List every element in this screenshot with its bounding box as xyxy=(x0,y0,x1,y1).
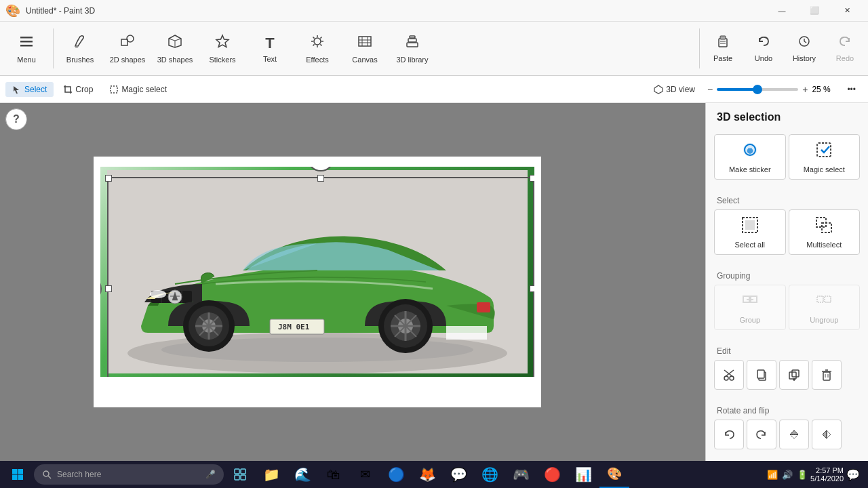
help-button[interactable]: ? xyxy=(5,108,27,130)
svg-line-8 xyxy=(175,39,181,41)
zoom-in-btn[interactable]: + xyxy=(801,83,809,96)
close-button[interactable]: ✕ xyxy=(831,0,863,22)
zoom-slider[interactable] xyxy=(717,88,798,91)
ribbon-canvas[interactable]: Canvas xyxy=(341,22,389,75)
handle-top-right[interactable] xyxy=(530,175,534,182)
zoom-out-btn[interactable]: − xyxy=(706,83,714,96)
ribbon-effects-label: Effects xyxy=(306,56,328,64)
svg-marker-104 xyxy=(827,430,831,439)
taskbar-edge[interactable]: 🌊 xyxy=(288,461,317,488)
crop-tool[interactable]: Crop xyxy=(56,82,100,97)
start-button[interactable] xyxy=(3,461,33,488)
cut-btn[interactable] xyxy=(714,360,744,390)
rotate-left-btn[interactable] xyxy=(714,420,744,449)
ribbon-canvas-label: Canvas xyxy=(352,56,377,64)
ungroup-icon xyxy=(814,291,833,313)
magic-select-tool[interactable]: Magic select xyxy=(102,82,174,97)
redo-icon xyxy=(838,35,852,52)
ribbon-3dlibrary[interactable]: 3D library xyxy=(389,22,436,75)
ribbon-paste[interactable]: Paste xyxy=(703,22,743,75)
select-all-btn[interactable]: Select all xyxy=(714,209,786,255)
taskbar-teams[interactable]: 💬 xyxy=(443,461,473,488)
ribbon-3dlibrary-label: 3D library xyxy=(396,56,428,64)
notification-icon[interactable]: 💬 xyxy=(846,468,860,481)
cut-icon xyxy=(723,369,735,381)
history-icon xyxy=(797,35,811,52)
minimize-button[interactable]: — xyxy=(766,0,797,22)
svg-line-7 xyxy=(169,39,175,41)
ribbon-history[interactable]: History xyxy=(784,22,825,75)
3dview-btn[interactable]: 3D view xyxy=(647,82,702,97)
svg-point-5 xyxy=(127,35,134,42)
volume-icon[interactable]: 🔊 xyxy=(782,470,793,480)
ribbon-text[interactable]: T Text xyxy=(246,22,294,75)
multiselect-btn[interactable]: Multiselect xyxy=(789,209,861,255)
svg-rect-82 xyxy=(817,296,823,302)
svg-marker-35 xyxy=(14,86,19,94)
ribbon-paste-label: Paste xyxy=(713,54,732,62)
taskbar-app-9[interactable]: 🌐 xyxy=(475,461,505,488)
battery-icon[interactable]: 🔋 xyxy=(797,470,808,480)
title-bar-controls: — ⬜ ✕ xyxy=(766,0,863,22)
taskbar-task-view[interactable] xyxy=(225,461,255,488)
make-sticker-btn[interactable]: Make sticker xyxy=(714,134,786,180)
ribbon-text-label: Text xyxy=(263,55,277,63)
taskbar-search[interactable]: Search here 🎤 xyxy=(34,464,224,485)
paste-icon xyxy=(716,35,730,52)
rotate-right-icon xyxy=(755,428,768,441)
taskbar-app-11[interactable]: 🔴 xyxy=(537,461,567,488)
handle-mid-right[interactable] xyxy=(530,285,534,292)
taskbar-mail[interactable]: ✉ xyxy=(350,461,380,488)
canvas-area[interactable]: ? xyxy=(0,103,705,461)
svg-rect-25 xyxy=(407,43,418,47)
group-btn[interactable]: Group xyxy=(714,285,786,330)
canvas-icon xyxy=(357,34,372,53)
svg-rect-64 xyxy=(477,302,490,312)
taskbar-paint3d[interactable]: 🎨 xyxy=(599,461,629,488)
ribbon-right: Paste Undo History Redo xyxy=(696,22,865,75)
flip-horizontal-btn[interactable] xyxy=(812,420,842,449)
edit-section: Edit xyxy=(706,341,868,395)
ribbon-menu[interactable]: Menu xyxy=(3,22,50,75)
svg-rect-81 xyxy=(747,299,753,300)
maximize-button[interactable]: ⬜ xyxy=(799,0,830,22)
svg-rect-111 xyxy=(235,469,239,474)
ribbon-effects[interactable]: Effects xyxy=(294,22,341,75)
ribbon-2dshapes[interactable]: 2D shapes xyxy=(104,22,151,75)
svg-text:J8M 0E1: J8M 0E1 xyxy=(278,323,310,331)
flip-vertical-btn[interactable] xyxy=(779,420,809,449)
svg-rect-112 xyxy=(241,469,245,474)
ribbon-redo[interactable]: Redo xyxy=(825,22,865,75)
ribbon-3dshapes[interactable]: 3D shapes xyxy=(151,22,199,75)
ungroup-btn[interactable]: Ungroup xyxy=(789,285,861,330)
select-tool[interactable]: Select xyxy=(5,82,54,97)
taskbar-app-6[interactable]: 🔵 xyxy=(381,461,411,488)
ribbon-brushes[interactable]: Brushes xyxy=(56,22,104,75)
taskbar-app-10[interactable]: 🎮 xyxy=(506,461,536,488)
svg-rect-74 xyxy=(817,143,831,157)
network-icon[interactable]: 📶 xyxy=(767,470,778,480)
tilt-handle-left[interactable] xyxy=(100,275,102,302)
more-options-btn[interactable]: ••• xyxy=(840,82,863,97)
svg-rect-27 xyxy=(410,36,415,38)
taskbar-time[interactable]: 2:57 PM 5/14/2020 xyxy=(810,466,844,483)
taskbar-file-explorer[interactable]: 📁 xyxy=(256,461,286,488)
magic-select-btn[interactable]: Magic select xyxy=(789,134,861,180)
taskbar-app-12[interactable]: 📊 xyxy=(568,461,598,488)
2dshapes-icon xyxy=(120,34,135,53)
magic-select-label: Magic select xyxy=(121,85,167,94)
delete-btn[interactable] xyxy=(812,360,842,390)
rotate-right-btn[interactable] xyxy=(747,420,776,449)
multiselect-label: Multiselect xyxy=(806,241,842,249)
duplicate-btn[interactable] xyxy=(779,360,809,390)
taskbar-firefox[interactable]: 🦊 xyxy=(412,461,442,488)
ribbon-undo[interactable]: Undo xyxy=(743,22,784,75)
ribbon-stickers[interactable]: Stickers xyxy=(199,22,246,75)
edit-section-label: Edit xyxy=(714,346,860,356)
copy-btn[interactable] xyxy=(747,360,776,390)
rotate-section-label: Rotate and flip xyxy=(714,406,860,415)
undo-icon xyxy=(757,35,770,52)
taskbar-store[interactable]: 🛍 xyxy=(319,461,349,488)
svg-rect-83 xyxy=(825,296,831,302)
3dview-label: 3D view xyxy=(666,85,695,94)
